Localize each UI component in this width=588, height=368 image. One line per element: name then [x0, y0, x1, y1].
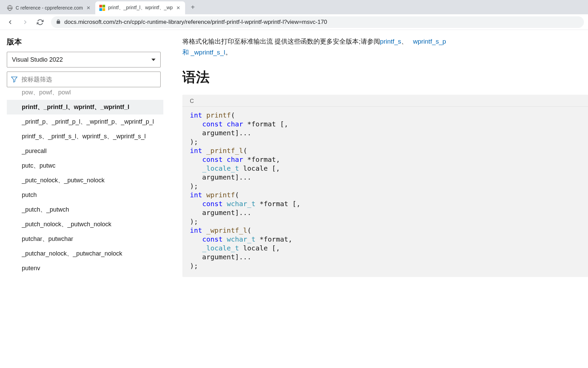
link-wprintf-s-l[interactable]: 和 _wprintf_s_l [182, 49, 225, 56]
main-content: 将格式化输出打印至标准输出流 提供这些函数的更多安全版本;请参阅printf_s… [167, 30, 588, 368]
toc-item[interactable]: putenv [7, 261, 163, 276]
globe-icon [7, 5, 13, 11]
browser-tab-0[interactable]: C reference - cppreference.com ✕ [3, 1, 95, 14]
toc-item[interactable]: putchar、putwchar [7, 232, 163, 246]
version-heading: 版本 [7, 37, 167, 47]
version-value: Visual Studio 2022 [12, 56, 63, 63]
toc-item[interactable]: _putchar_nolock、_putwchar_nolock [7, 246, 163, 261]
toc-item[interactable]: pow、powf、powl [7, 88, 163, 100]
tab-title: printf、_printf_l、wprintf、_wp [108, 5, 173, 11]
version-dropdown[interactable]: Visual Studio 2022 [7, 52, 161, 67]
toc-item[interactable]: _putenv、_wputenv [7, 276, 163, 279]
toc-item[interactable]: _putch_nolock、_putwch_nolock [7, 217, 163, 232]
microsoft-logo-icon [99, 5, 105, 11]
toc-item[interactable]: printf_s、_printf_s_l、wprintf_s、_wprintf_… [7, 129, 163, 144]
code-block: C int printf( const char *format [, argu… [182, 95, 588, 277]
toc-item[interactable]: _putc_nolock、_putwc_nolock [7, 173, 163, 188]
reload-button[interactable] [34, 16, 46, 28]
back-button[interactable] [4, 16, 16, 28]
address-bar[interactable]: docs.microsoft.com/zh-cn/cpp/c-runtime-l… [51, 16, 584, 28]
intro-paragraph: 将格式化输出打印至标准输出流 提供这些函数的更多安全版本;请参阅printf_s… [182, 36, 588, 58]
lock-icon [56, 19, 61, 25]
toc-item[interactable]: _purecall [7, 144, 163, 158]
filter-input[interactable] [21, 76, 157, 83]
toc-item[interactable]: _putch、_putwch [7, 202, 163, 217]
link-wprintf-s-p[interactable]: wprintf_s_p [413, 38, 446, 45]
tab-title: C reference - cppreference.com [16, 5, 83, 11]
code-language-label: C [182, 95, 588, 107]
sidebar: 版本 Visual Studio 2022 pow、powf、powl prin… [0, 30, 167, 368]
url-text: docs.microsoft.com/zh-cn/cpp/c-runtime-l… [64, 19, 327, 26]
code-body[interactable]: int printf( const char *format [, argume… [182, 107, 588, 277]
close-icon[interactable]: ✕ [176, 5, 181, 11]
forward-button[interactable] [19, 16, 31, 28]
browser-tab-1[interactable]: printf、_printf_l、wprintf、_wp ✕ [95, 1, 185, 14]
toc-item-active[interactable]: printf、_printf_l、wprintf、_wprintf_l [7, 100, 163, 114]
syntax-heading: 语法 [182, 68, 588, 87]
toc-item[interactable]: putc、putwc [7, 158, 163, 173]
new-tab-button[interactable]: + [188, 2, 198, 12]
table-of-contents[interactable]: pow、powf、powl printf、_printf_l、wprintf、_… [7, 88, 163, 279]
browser-nav-bar: docs.microsoft.com/zh-cn/cpp/c-runtime-l… [0, 14, 588, 30]
close-icon[interactable]: ✕ [86, 5, 91, 11]
browser-tab-bar: C reference - cppreference.com ✕ printf、… [0, 0, 588, 14]
filter-container [7, 72, 161, 87]
toc-item[interactable]: _printf_p、_printf_p_l、_wprintf_p、_wprint… [7, 114, 163, 129]
filter-icon [11, 76, 18, 83]
toc-item[interactable]: putch [7, 188, 163, 202]
link-printf-s[interactable]: printf_s [380, 38, 401, 45]
